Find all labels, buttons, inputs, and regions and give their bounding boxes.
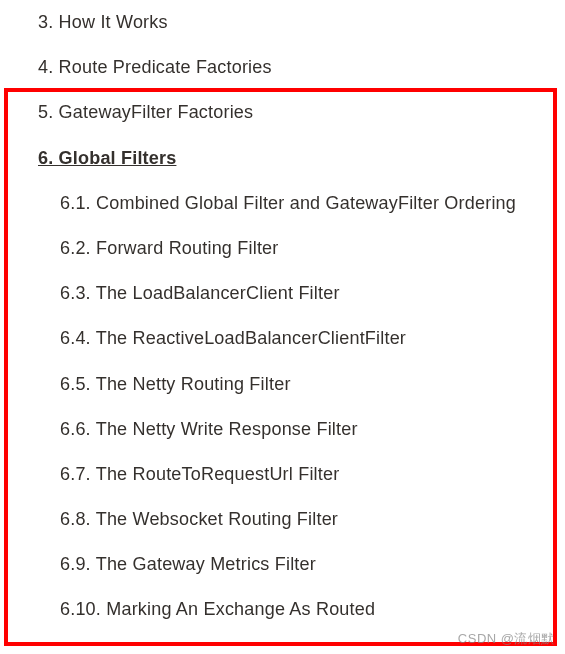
toc-item-gateway-metrics-filter[interactable]: 6.9. The Gateway Metrics Filter — [60, 552, 555, 577]
toc-item-loadbalancerclient-filter[interactable]: 6.3. The LoadBalancerClient Filter — [60, 281, 555, 306]
watermark-text: CSDN @流烟默 — [458, 630, 555, 648]
toc-item-gatewayfilter-factories[interactable]: 5. GatewayFilter Factories — [38, 100, 555, 125]
toc-item-how-it-works[interactable]: 3. How It Works — [38, 10, 555, 35]
toc-item-netty-routing-filter[interactable]: 6.5. The Netty Routing Filter — [60, 372, 555, 397]
toc-item-routetorequesturl-filter[interactable]: 6.7. The RouteToRequestUrl Filter — [60, 462, 555, 487]
toc-item-global-filters[interactable]: 6. Global Filters — [38, 146, 555, 171]
toc-item-combined-global-filter[interactable]: 6.1. Combined Global Filter and GatewayF… — [60, 191, 555, 216]
toc-item-netty-write-response-filter[interactable]: 6.6. The Netty Write Response Filter — [60, 417, 555, 442]
toc-item-reactiveloadbalancerclientfilter[interactable]: 6.4. The ReactiveLoadBalancerClientFilte… — [60, 326, 555, 351]
toc-item-forward-routing-filter[interactable]: 6.2. Forward Routing Filter — [60, 236, 555, 261]
toc-container: 3. How It Works 4. Route Predicate Facto… — [0, 0, 565, 653]
toc-item-websocket-routing-filter[interactable]: 6.8. The Websocket Routing Filter — [60, 507, 555, 532]
toc-item-marking-exchange-routed[interactable]: 6.10. Marking An Exchange As Routed — [60, 597, 555, 622]
toc-item-route-predicate-factories[interactable]: 4. Route Predicate Factories — [38, 55, 555, 80]
